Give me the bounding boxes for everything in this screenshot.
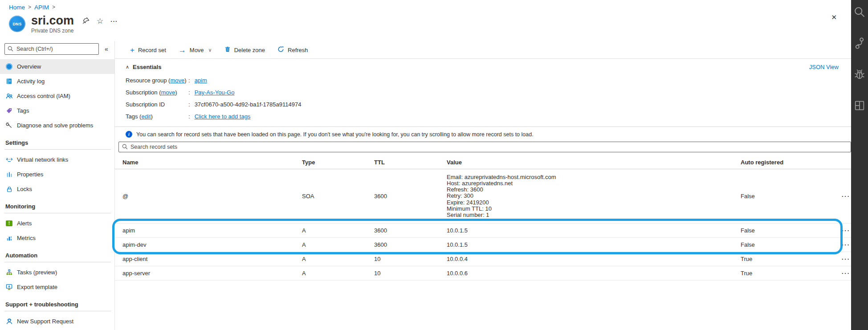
sidebar-item-new-support-request[interactable]: New Support Request: [0, 314, 114, 329]
row-actions-icon[interactable]: ···: [842, 256, 851, 262]
row-actions-icon[interactable]: ···: [842, 193, 851, 200]
essentials-title: Essentials: [133, 64, 161, 70]
column-header-name: Name: [115, 159, 302, 166]
export-template-icon: [5, 283, 13, 291]
divider: [4, 262, 111, 262]
content-pane: + Record set → Move ∨ Delete zone: [115, 41, 851, 330]
overview-icon: [5, 63, 13, 70]
favorite-star-icon[interactable]: ☆: [97, 18, 103, 25]
table-row[interactable]: app-client A 10 10.0.0.4 True ···: [115, 252, 851, 266]
sidebar-item-tasks-preview[interactable]: Tasks (preview): [0, 265, 114, 280]
divider: [4, 311, 111, 311]
sidebar-section-support: Support + troubleshooting: [0, 294, 114, 311]
sidebar-section-settings: Settings: [0, 133, 114, 149]
close-blade-icon[interactable]: ✕: [831, 13, 837, 21]
sidebar-item-export-template[interactable]: Export template: [0, 280, 114, 294]
essentials-rows: Resource group (move) : apim Subscriptio…: [126, 74, 851, 122]
tag-icon: [5, 107, 13, 114]
sidebar-item-overview[interactable]: Overview: [0, 59, 114, 74]
page-header: Home > APIM > DNS sri.com Private DNS zo…: [0, 0, 851, 41]
column-header-auto-registered: Auto registered: [741, 159, 842, 166]
info-icon: i: [126, 131, 132, 138]
edit-tags-link[interactable]: edit: [141, 113, 151, 120]
sidebar-item-activity-log[interactable]: Activity log: [0, 74, 114, 89]
lock-icon: [5, 185, 13, 193]
essentials-row-subscription-id: Subscription ID : 37cf0670-a500-4d92-ba1…: [126, 98, 851, 110]
main-column: Home > APIM > DNS sri.com Private DNS zo…: [0, 0, 851, 330]
collapse-sidebar-icon[interactable]: «: [101, 45, 112, 53]
subscription-value-link[interactable]: Pay-As-You-Go: [195, 89, 235, 96]
sidebar-item-alerts[interactable]: ! Alerts: [0, 216, 114, 231]
command-bar: + Record set → Move ∨ Delete zone: [130, 43, 851, 57]
sidebar-item-locks[interactable]: Locks: [0, 182, 114, 196]
table-row[interactable]: apim-dev A 3600 10.0.1.5 False ···: [115, 238, 851, 252]
sidebar-item-tags[interactable]: Tags: [0, 103, 114, 118]
tasks-icon: [5, 269, 13, 276]
bug-icon[interactable]: [853, 68, 866, 81]
row-actions-icon[interactable]: ···: [842, 270, 851, 277]
divider: [4, 149, 111, 150]
right-rail: [851, 0, 868, 330]
row-actions-icon[interactable]: ···: [842, 227, 851, 234]
arrow-right-icon: →: [179, 46, 186, 54]
move-resource-group-link[interactable]: move: [170, 77, 184, 84]
essentials-row-subscription: Subscription (move) : Pay-As-You-Go: [126, 86, 851, 98]
virtual-network-links-icon: [5, 156, 13, 163]
sidebar-nav: Overview Activity log Access control (IA…: [0, 59, 114, 329]
properties-icon: [5, 171, 13, 178]
breadcrumb-home-link[interactable]: Home: [9, 4, 25, 11]
info-banner-text: You can search for record sets that have…: [136, 131, 534, 138]
search-icon[interactable]: [853, 5, 866, 19]
azure-portal-blade: Home > APIM > DNS sri.com Private DNS zo…: [0, 0, 868, 330]
column-header-value: Value: [447, 159, 741, 166]
access-control-icon: [5, 92, 13, 100]
column-header-ttl: TTL: [374, 159, 447, 166]
sidebar-item-access-control[interactable]: Access control (IAM): [0, 89, 114, 103]
sidebar-item-properties[interactable]: Properties: [0, 167, 114, 182]
essentials-toggle[interactable]: ∧ Essentials: [126, 64, 161, 70]
sidebar-section-monitoring: Monitoring: [0, 196, 114, 213]
sidebar-search-input[interactable]: [4, 43, 99, 55]
breadcrumb-apim-link[interactable]: APIM: [34, 4, 49, 11]
move-button[interactable]: → Move ∨: [179, 46, 212, 54]
refresh-button[interactable]: Refresh: [277, 46, 308, 54]
essentials-row-resource-group: Resource group (move) : apim: [126, 74, 851, 86]
sidebar-item-virtual-network-links[interactable]: Virtual network links: [0, 152, 114, 167]
essentials-row-tags: Tags (edit) : Click here to add tags: [126, 110, 851, 122]
row-actions-icon[interactable]: ···: [842, 241, 851, 248]
sidebar: « Overview Activity log: [0, 41, 115, 330]
branch-icon[interactable]: [853, 37, 866, 50]
column-header-type: Type: [302, 159, 374, 166]
layout-icon[interactable]: [853, 99, 866, 112]
add-tags-link[interactable]: Click here to add tags: [195, 113, 251, 120]
divider: [115, 58, 851, 59]
sidebar-section-automation: Automation: [0, 245, 114, 262]
breadcrumb-separator: >: [28, 4, 31, 10]
move-subscription-link[interactable]: move: [161, 89, 175, 96]
search-icon: [122, 144, 128, 150]
record-set-button[interactable]: + Record set: [130, 46, 166, 54]
resource-group-value-link[interactable]: apim: [195, 77, 207, 84]
refresh-icon: [277, 46, 284, 54]
wrench-icon: [5, 122, 13, 129]
delete-zone-button[interactable]: Delete zone: [224, 46, 265, 54]
table-row[interactable]: app-server A 10 10.0.0.6 True ···: [115, 266, 851, 281]
sidebar-item-diagnose[interactable]: Diagnose and solve problems: [0, 118, 114, 133]
breadcrumb: Home > APIM >: [9, 3, 851, 12]
sidebar-item-metrics[interactable]: Metrics: [0, 231, 114, 245]
record-sets-search-input[interactable]: [118, 142, 851, 152]
pin-icon[interactable]: [82, 17, 90, 25]
breadcrumb-separator: >: [52, 4, 55, 10]
table-header-row: Name Type TTL Value Auto registered: [115, 156, 851, 169]
subscription-id-value: 37cf0670-a500-4d92-ba1f-1785a9114974: [195, 101, 302, 108]
title-row: DNS sri.com Private DNS zone ☆ ···: [9, 14, 851, 34]
table-row[interactable]: @ SOA 3600 Email: azureprivatedns-host.m…: [115, 169, 851, 224]
chevron-up-icon: ∧: [126, 64, 129, 70]
chevron-down-icon: ∨: [208, 47, 212, 53]
header-more-icon[interactable]: ···: [110, 18, 118, 25]
page-title: sri.com: [31, 14, 74, 27]
table-row[interactable]: apim A 3600 10.0.1.5 False ···: [115, 224, 851, 238]
json-view-link[interactable]: JSON View: [809, 64, 839, 70]
metrics-icon: [5, 234, 13, 242]
dns-zone-avatar: DNS: [9, 16, 25, 32]
